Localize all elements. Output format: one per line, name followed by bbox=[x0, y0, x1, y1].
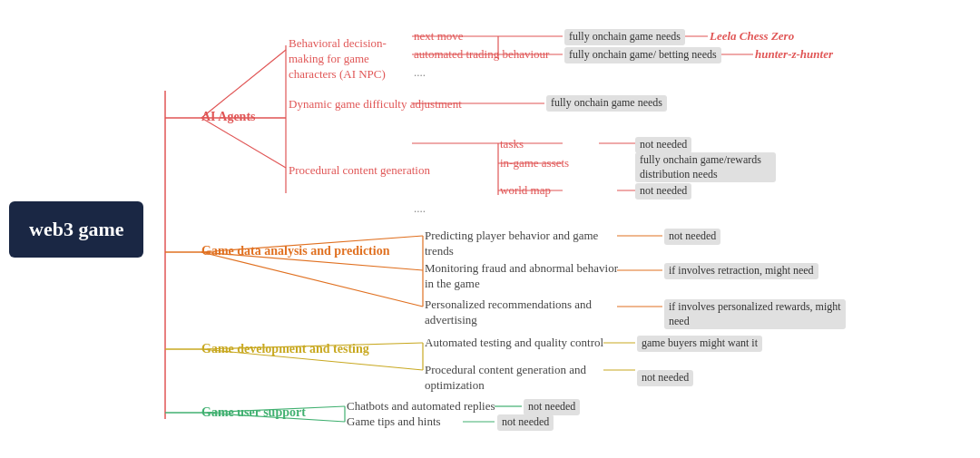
tag-betting-needs: fully onchain game/ betting needs bbox=[564, 47, 721, 63]
branch-ai-agents: AI Agents bbox=[201, 109, 256, 125]
subbranch-procedural: Procedural content generation bbox=[289, 163, 430, 179]
leaf-personalized: Personalized recommendations and adverti… bbox=[425, 297, 620, 328]
tag-in-game: fully onchain game/rewards distribution … bbox=[635, 152, 776, 182]
leaf-next-move: next move bbox=[414, 29, 464, 44]
svg-line-30 bbox=[201, 252, 423, 307]
leaf-automated-trading: automated trading behaviour bbox=[414, 47, 549, 63]
tag-personalized: if involves personalized rewards, might … bbox=[664, 299, 846, 329]
root-label: web3 game bbox=[9, 201, 143, 258]
tag-dynamic: fully onchain game needs bbox=[546, 95, 667, 112]
subbranch-dynamic: Dynamic game difficulty adjustment bbox=[289, 97, 462, 112]
tag-predicting: not needed bbox=[664, 229, 720, 245]
leaf-predicting: Predicting player behavior and game tren… bbox=[425, 229, 620, 259]
svg-line-8 bbox=[201, 50, 286, 118]
dots-procedural: .... bbox=[414, 201, 426, 217]
italic-hunter: hunter-z-hunter bbox=[755, 47, 833, 63]
tag-tasks: not needed bbox=[635, 137, 691, 153]
leaf-game-tips: Game tips and hints bbox=[347, 414, 441, 430]
dots-behavioral: .... bbox=[414, 65, 426, 81]
tag-world-map: not needed bbox=[635, 183, 691, 200]
tag-fully-onchain-next: fully onchain game needs bbox=[564, 29, 685, 45]
branch-game-data: Game data analysis and prediction bbox=[201, 243, 389, 259]
branch-game-dev: Game development and testing bbox=[201, 341, 369, 357]
leaf-in-game: in-game assets bbox=[500, 156, 569, 171]
leaf-monitoring: Monitoring fraud and abnormal behavior i… bbox=[425, 261, 620, 292]
tag-automated-testing: game buyers might want it bbox=[637, 336, 762, 352]
tag-procedural-opt: not needed bbox=[637, 370, 693, 386]
leaf-procedural-opt: Procedural content generation and optimi… bbox=[425, 363, 606, 394]
leaf-tasks: tasks bbox=[500, 137, 524, 152]
subbranch-behavioral: Behavioral decision-making for gamechara… bbox=[289, 36, 416, 83]
svg-line-10 bbox=[201, 118, 286, 168]
leaf-chatbots: Chatbots and automated replies bbox=[347, 399, 495, 414]
leaf-automated-testing: Automated testing and quality control bbox=[425, 336, 603, 351]
italic-leela: Leela Chess Zero bbox=[710, 29, 794, 44]
leaf-world-map: world map bbox=[500, 183, 551, 199]
tag-chatbots: not needed bbox=[524, 399, 580, 415]
tag-monitoring: if involves retraction, might need bbox=[664, 263, 818, 279]
tag-game-tips: not needed bbox=[497, 414, 554, 431]
branch-game-support: Game user support bbox=[201, 404, 306, 421]
